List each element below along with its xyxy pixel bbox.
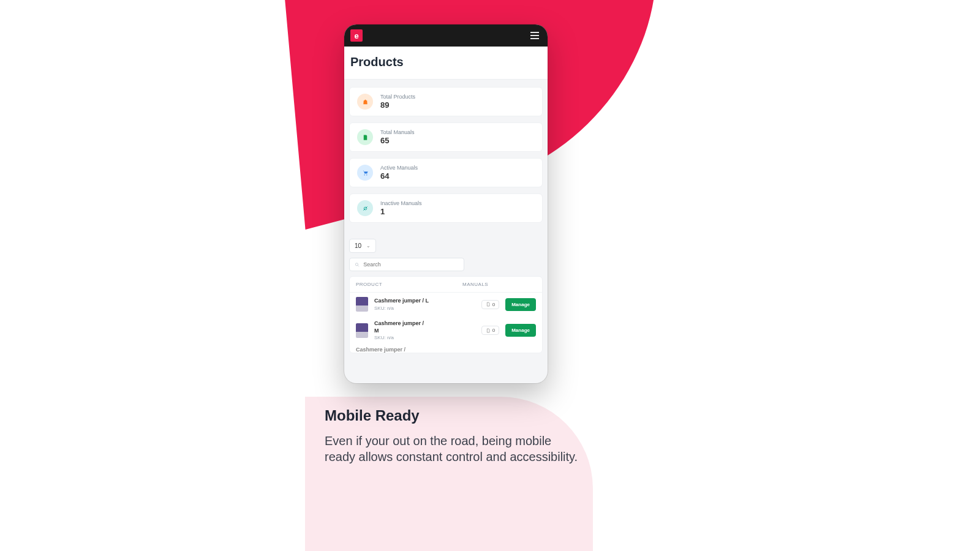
- table-controls: 10 ⌄: [349, 239, 543, 271]
- cart-icon: [357, 165, 373, 181]
- search-box[interactable]: [349, 258, 464, 271]
- product-name: Cashmere jumper /: [356, 347, 536, 353]
- svg-point-0: [364, 174, 364, 175]
- hamburger-menu-icon[interactable]: [528, 29, 541, 42]
- page-content: Total Products 89 Total Manuals 65 Activ…: [344, 80, 548, 361]
- per-page-select[interactable]: 10 ⌄: [349, 239, 376, 253]
- hidden-icon: [357, 200, 373, 216]
- app-logo[interactable]: e: [350, 29, 363, 42]
- product-sku: SKU: n/a: [374, 305, 475, 311]
- stat-value: 89: [380, 100, 415, 110]
- table-header: PRODUCT MANUALS: [350, 277, 542, 293]
- stat-inactive-manuals: Inactive Manuals 1: [349, 193, 543, 223]
- manage-button[interactable]: Manage: [505, 324, 536, 337]
- table-row: Cashmere jumper / L SKU: n/a 0 Manage: [350, 293, 542, 316]
- marketing-title: Mobile Ready: [325, 407, 582, 424]
- stat-value: 65: [380, 136, 415, 145]
- stat-active-manuals: Active Manuals 64: [349, 158, 543, 187]
- manage-button[interactable]: Manage: [505, 298, 536, 311]
- product-sku: SKU: n/a: [374, 335, 475, 340]
- search-icon: [355, 262, 360, 268]
- stat-total-manuals: Total Manuals 65: [349, 122, 543, 152]
- stat-label: Total Manuals: [380, 129, 415, 135]
- manuals-count-badge: 0: [481, 300, 499, 309]
- phone-frame: e Products Total Products 89 Total Manua…: [344, 24, 548, 383]
- page-header: Products: [344, 47, 548, 80]
- stat-total-products: Total Products 89: [349, 87, 543, 116]
- stat-label: Active Manuals: [380, 165, 418, 171]
- col-product: PRODUCT: [356, 282, 462, 287]
- chevron-down-icon: ⌄: [366, 243, 371, 249]
- per-page-value: 10: [355, 242, 361, 249]
- product-thumbnail: [356, 323, 368, 338]
- product-name: Cashmere jumper / L: [374, 298, 429, 305]
- file-icon: [486, 328, 491, 333]
- stat-label: Total Products: [380, 94, 415, 100]
- page-title: Products: [350, 55, 541, 69]
- product-thumbnail: [356, 297, 368, 312]
- products-table: PRODUCT MANUALS Cashmere jumper / L SKU:…: [349, 276, 543, 353]
- svg-line-5: [358, 265, 359, 266]
- manuals-count-badge: 0: [481, 326, 499, 335]
- table-row: Cashmere jumper / M SKU: n/a 0 Manage: [350, 316, 542, 345]
- bag-icon: [357, 94, 373, 110]
- col-manuals: MANUALS: [462, 282, 536, 287]
- stat-value: 1: [380, 207, 422, 216]
- doc-icon: [357, 129, 373, 145]
- table-row-partial: Cashmere jumper /: [350, 345, 542, 353]
- svg-point-4: [355, 263, 358, 265]
- svg-point-1: [366, 174, 367, 175]
- stat-value: 64: [380, 171, 418, 181]
- marketing-block: Mobile Ready Even if your out on the roa…: [325, 407, 582, 465]
- search-input[interactable]: [363, 261, 459, 268]
- product-name: Cashmere jumper / M: [374, 320, 429, 334]
- stat-label: Inactive Manuals: [380, 200, 422, 206]
- marketing-body: Even if your out on the road, being mobi…: [325, 433, 582, 465]
- topbar: e: [344, 24, 548, 47]
- file-icon: [486, 302, 491, 307]
